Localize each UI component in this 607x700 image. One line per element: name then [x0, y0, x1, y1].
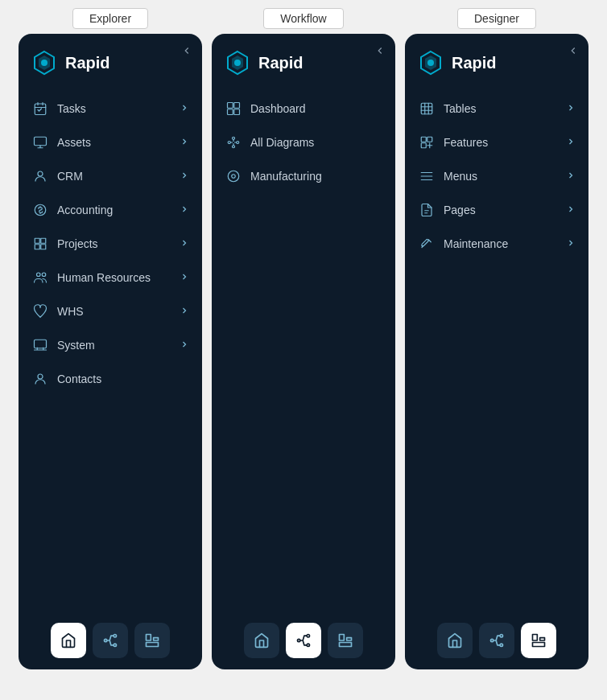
svg-point-29 — [228, 171, 239, 182]
panel-header: Rapid — [19, 34, 202, 84]
nav-item-crm[interactable]: CRM — [19, 159, 202, 193]
pages-icon — [418, 201, 436, 219]
collapse-button[interactable] — [374, 45, 386, 59]
panel-wrapper-designer: Designer RapidTablesFeaturesMenusPagesMa… — [405, 8, 588, 669]
nav-item-label: All Diagrams — [250, 136, 382, 149]
manufacturing-icon — [225, 167, 242, 185]
nav-item-label: Pages — [444, 204, 566, 216]
nav-chevron-icon — [180, 171, 189, 183]
nav-item-label: Tables — [444, 102, 566, 115]
nav-list: TablesFeaturesMenusPagesMaintenance — [405, 84, 588, 611]
logo-text: Rapid — [65, 54, 110, 72]
svg-point-7 — [37, 273, 41, 277]
nav-chevron-icon — [566, 137, 576, 149]
nav-item-label: Accounting — [57, 204, 180, 216]
contacts-icon — [31, 370, 49, 388]
logo-text: Rapid — [258, 54, 304, 72]
panel-header: Rapid — [212, 34, 395, 84]
nav-chevron-icon — [566, 103, 576, 115]
nav-item-system[interactable]: System — [19, 328, 202, 362]
nav-item-assets[interactable]: Assets — [19, 126, 202, 159]
svg-rect-15 — [154, 638, 159, 640]
svg-rect-42 — [421, 143, 426, 148]
features-icon — [418, 134, 436, 151]
nav-item-alldiagrams[interactable]: All Diagrams — [212, 126, 395, 159]
svg-rect-16 — [147, 643, 159, 647]
nav-item-features[interactable]: Features — [405, 126, 588, 159]
system-icon — [31, 336, 49, 354]
bottom-btn-home[interactable] — [244, 623, 279, 658]
collapse-button[interactable] — [181, 45, 192, 59]
bottom-btn-home[interactable] — [51, 623, 86, 658]
nav-item-accounting[interactable]: Accounting — [19, 193, 202, 227]
svg-rect-23 — [234, 109, 240, 115]
nav-item-dashboard[interactable]: Dashboard — [212, 92, 395, 126]
nav-item-label: Assets — [57, 136, 180, 149]
nav-chevron-icon — [180, 103, 189, 115]
nav-item-label: Contacts — [57, 373, 189, 385]
whs-icon — [31, 303, 49, 320]
logo-text: Rapid — [452, 54, 497, 72]
panel-label-workflow: Workflow — [263, 8, 343, 29]
panel-label-designer: Designer — [457, 8, 536, 29]
nav-item-whs[interactable]: WHS — [19, 294, 202, 328]
nav-item-label: Maintenance — [444, 237, 566, 250]
nav-item-tasks[interactable]: Tasks — [19, 92, 202, 126]
nav-item-label: WHS — [57, 305, 180, 318]
nav-chevron-icon — [180, 272, 189, 284]
nav-chevron-icon — [566, 204, 576, 216]
svg-point-5 — [38, 171, 43, 176]
nav-chevron-icon — [180, 204, 189, 216]
bottom-btn-chart[interactable] — [134, 623, 170, 658]
bottom-btn-chart[interactable] — [328, 623, 363, 658]
nav-item-manufacturing[interactable]: Manufacturing — [212, 159, 395, 193]
nav-item-contacts[interactable]: Contacts — [19, 362, 202, 396]
bottom-btn-diagram[interactable] — [479, 623, 514, 658]
bottom-bar — [19, 611, 202, 669]
panel-wrapper-workflow: Workflow RapidDashboardAll DiagramsManuf… — [212, 8, 395, 669]
nav-item-hr[interactable]: Human Resources — [19, 261, 202, 294]
svg-rect-47 — [540, 638, 545, 640]
panels-container: Explorer RapidTasksAssetsCRMAccountingPr… — [8, 8, 599, 669]
nav-item-label: Human Resources — [57, 271, 180, 284]
nav-item-label: CRM — [57, 170, 180, 183]
svg-point-2 — [41, 60, 47, 66]
svg-point-8 — [42, 273, 46, 277]
panel-label-explorer: Explorer — [72, 8, 148, 29]
svg-point-10 — [38, 374, 43, 379]
collapse-button[interactable] — [568, 45, 579, 59]
maintenance-icon — [418, 235, 436, 253]
nav-item-menus[interactable]: Menus — [405, 159, 588, 193]
svg-rect-33 — [340, 635, 345, 641]
nav-item-label: System — [57, 339, 180, 352]
nav-chevron-icon — [180, 306, 189, 318]
nav-item-label: Manufacturing — [250, 170, 382, 183]
bottom-btn-home[interactable] — [437, 623, 473, 658]
nav-item-label: Tasks — [57, 102, 180, 115]
accounting-icon — [31, 201, 49, 219]
dashboard-icon — [225, 100, 242, 117]
bottom-btn-diagram[interactable] — [286, 623, 321, 658]
nav-item-maintenance[interactable]: Maintenance — [405, 227, 588, 261]
panel-designer: RapidTablesFeaturesMenusPagesMaintenance — [405, 34, 588, 669]
nav-item-tables[interactable]: Tables — [405, 92, 588, 126]
nav-chevron-icon — [566, 238, 576, 250]
assets-icon — [31, 134, 49, 151]
menus-icon — [418, 167, 436, 185]
svg-rect-9 — [35, 340, 47, 348]
svg-rect-41 — [427, 137, 432, 142]
nav-list: TasksAssetsCRMAccountingProjectsHuman Re… — [19, 84, 202, 611]
bottom-bar — [212, 611, 395, 669]
nav-item-label: Features — [444, 136, 566, 149]
nav-item-projects[interactable]: Projects — [19, 227, 202, 261]
svg-rect-21 — [234, 103, 240, 109]
bottom-btn-chart[interactable] — [521, 623, 556, 658]
crm-icon — [31, 167, 49, 185]
panel-wrapper-explorer: Explorer RapidTasksAssetsCRMAccountingPr… — [19, 8, 202, 669]
svg-rect-46 — [533, 635, 538, 641]
nav-chevron-icon — [180, 238, 189, 250]
nav-item-pages[interactable]: Pages — [405, 193, 588, 227]
nav-chevron-icon — [566, 171, 576, 183]
nav-item-label: Dashboard — [250, 102, 382, 115]
bottom-btn-diagram[interactable] — [93, 623, 128, 658]
